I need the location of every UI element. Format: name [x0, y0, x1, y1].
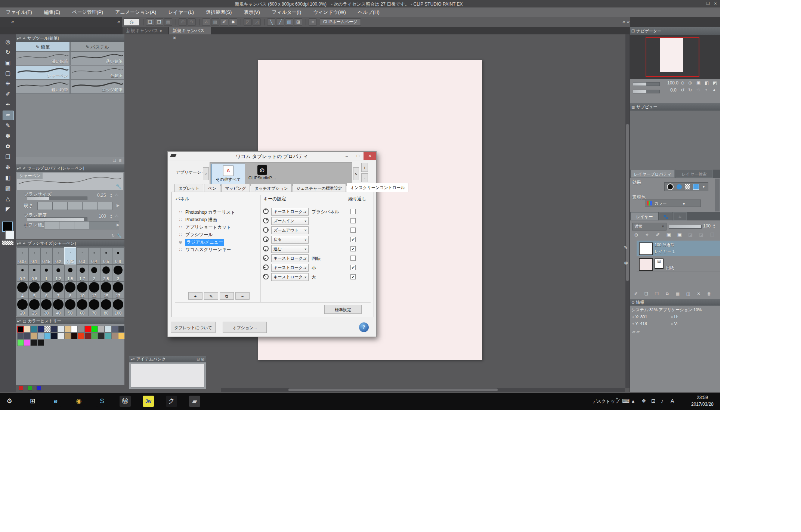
color-slider-swatch[interactable]: [19, 386, 23, 390]
navigator-rotate-slider[interactable]: [633, 90, 660, 93]
start-gear-icon[interactable]: ⚙: [4, 396, 15, 407]
menu-item[interactable]: 表示(V): [238, 7, 266, 17]
effect-tone-round-icon[interactable]: [677, 184, 682, 189]
canvas-tab[interactable]: 新規キャンバス ●: [123, 27, 168, 34]
color-history-swatch[interactable]: [17, 332, 24, 339]
opacity-slider[interactable]: [669, 225, 702, 229]
color-history-swatch[interactable]: [78, 326, 84, 332]
panel-menu-icon[interactable]: ▸≡: [17, 36, 21, 40]
jww-cad-icon[interactable]: Jw: [143, 396, 154, 407]
about-tablet-button[interactable]: タブレットについて: [171, 322, 216, 333]
eraser-tool[interactable]: ❒: [3, 152, 13, 161]
pen-pressure-icon[interactable]: ♨: [115, 193, 118, 197]
brush-size-cell[interactable]: 20: [16, 299, 28, 316]
color-history-swatch[interactable]: [37, 332, 44, 339]
ruler-range-icon[interactable]: ◪: [696, 232, 706, 238]
rotate-flip-icon[interactable]: ◔: [705, 87, 707, 93]
color-history-swatch[interactable]: [24, 326, 31, 332]
layer-color-icon[interactable]: ❐: [707, 232, 717, 238]
selection-tool[interactable]: ▢: [3, 69, 13, 78]
tab-layer-property[interactable]: レイヤープロパティ: [631, 170, 675, 178]
color-history-swatch[interactable]: [111, 332, 118, 339]
brush-size-cell[interactable]: 1.7: [76, 265, 88, 282]
collapse-right-panel-icon-2[interactable]: «: [627, 19, 630, 25]
draft-layer-icon[interactable]: ✐: [653, 232, 663, 238]
layer-footer-icon-8[interactable]: 🗑: [705, 291, 714, 297]
stabilization-step-3[interactable]: [74, 221, 89, 229]
clip-studio-paint-icon[interactable]: ク: [166, 396, 177, 407]
brush-size-cell[interactable]: 8: [64, 282, 76, 299]
panel-list-item[interactable]: ∷ブラシツール: [178, 231, 258, 238]
density-slider[interactable]: [27, 217, 87, 221]
color-slider-swatch[interactable]: [37, 386, 41, 390]
brush-size-cell[interactable]: 40: [52, 299, 64, 316]
snap-special-ruler-icon[interactable]: ╱: [276, 18, 284, 26]
close-button[interactable]: ✕: [712, 1, 718, 6]
effect-more-icon[interactable]: ▼: [702, 185, 705, 189]
brush-size-cell[interactable]: 6: [40, 282, 52, 299]
touch-keyboard-icon[interactable]: ⌨: [622, 398, 630, 404]
color-history-swatch[interactable]: [71, 326, 78, 332]
add-subtool-icon[interactable]: ❏: [113, 158, 116, 163]
tab-layer-folder-icon[interactable]: 🐾: [659, 212, 672, 220]
transparent-color-swatch[interactable]: [2, 241, 13, 245]
brush-item[interactable]: 薄い鉛筆: [70, 52, 124, 65]
brush-size-cell[interactable]: 0.6: [112, 247, 124, 265]
grid-icon[interactable]: ⊞: [294, 18, 302, 26]
figure-tool[interactable]: △: [3, 194, 13, 203]
layer-footer-icon-2[interactable]: ❏: [642, 291, 651, 297]
layer-footer-icon-7[interactable]: ✕: [694, 291, 703, 297]
brush-size-cell[interactable]: 0.5: [100, 247, 112, 265]
layer-footer-icon-3[interactable]: ❒: [652, 291, 661, 297]
zoom-out-icon[interactable]: ⊖: [681, 80, 684, 86]
pen-tool[interactable]: ✒: [3, 100, 13, 109]
dialog-tab[interactable]: ジェスチャーの標準設定: [293, 184, 346, 192]
dialog-tab[interactable]: タッチオプション: [251, 184, 292, 192]
key-function-select[interactable]: キーストローク...∨: [271, 264, 309, 272]
brush-size-cell[interactable]: 15: [100, 282, 112, 299]
effect-tone-icon[interactable]: [685, 184, 690, 189]
panel-list-item[interactable]: ∷ワコムスクリーンキー: [178, 246, 258, 253]
tab-layers[interactable]: レイヤー: [631, 212, 658, 220]
wrench-icon[interactable]: 🔧: [116, 184, 121, 189]
layer-footer-icon-6[interactable]: ◫: [684, 291, 693, 297]
lock-alpha-icon[interactable]: ▣: [675, 232, 684, 238]
help-button[interactable]: ?: [359, 322, 369, 332]
repeat-checkbox[interactable]: ✔: [350, 237, 356, 242]
blend-mode-select[interactable]: 通常▼: [632, 223, 667, 231]
internet-explorer-icon[interactable]: e: [50, 396, 61, 407]
lock-layer-icon[interactable]: ▣: [664, 232, 674, 238]
brush-size-cell[interactable]: 0.07: [16, 247, 28, 265]
auto-select-tool[interactable]: ✳: [3, 79, 13, 88]
copy-panel-button[interactable]: ⧉: [220, 292, 234, 300]
hardness-step-3[interactable]: [67, 202, 83, 210]
canvas-tab[interactable]: 新規キャンバス ✕: [169, 27, 211, 34]
brush-size-cell[interactable]: 25: [28, 299, 40, 316]
panel-list-item[interactable]: ∷Photoshop 描画: [178, 216, 258, 223]
color-history-swatch[interactable]: [37, 326, 44, 332]
quick-mask-icon[interactable]: ✐: [220, 18, 228, 26]
color-history-swatch[interactable]: [31, 339, 37, 346]
brush-size-cell[interactable]: 1.2: [52, 265, 64, 282]
brush-size-cell[interactable]: 0.8: [28, 265, 40, 282]
stabilization-step-4[interactable]: [89, 221, 104, 229]
brush-size-cell[interactable]: 0.25: [64, 247, 76, 265]
color-history-swatch[interactable]: [91, 332, 98, 339]
density-spinner[interactable]: ▲▼: [110, 214, 112, 219]
dialog-tab[interactable]: タブレット: [174, 184, 203, 192]
maximize-button[interactable]: ❐: [705, 1, 711, 6]
brush-size-cell[interactable]: 1.5: [64, 265, 76, 282]
ruler-tool[interactable]: ◤: [3, 205, 13, 214]
options-button[interactable]: オプション...: [223, 322, 267, 333]
color-history-swatch[interactable]: [44, 326, 51, 332]
color-history-swatch[interactable]: [51, 332, 58, 339]
volume-icon[interactable]: ♪: [661, 398, 664, 404]
navigator-preview[interactable]: [630, 35, 720, 79]
layer-footer-icon-1[interactable]: ✐: [631, 291, 640, 297]
menu-item[interactable]: ウィンドウ(W): [307, 7, 352, 17]
clip-studio-w-icon[interactable]: Ⓦ: [120, 396, 131, 407]
tool-settings-wrench-icon[interactable]: 🔧: [117, 233, 121, 238]
color-history-swatch[interactable]: [31, 326, 37, 332]
brush-size-cell[interactable]: 5: [28, 282, 40, 299]
color-history-swatch[interactable]: [78, 332, 84, 339]
